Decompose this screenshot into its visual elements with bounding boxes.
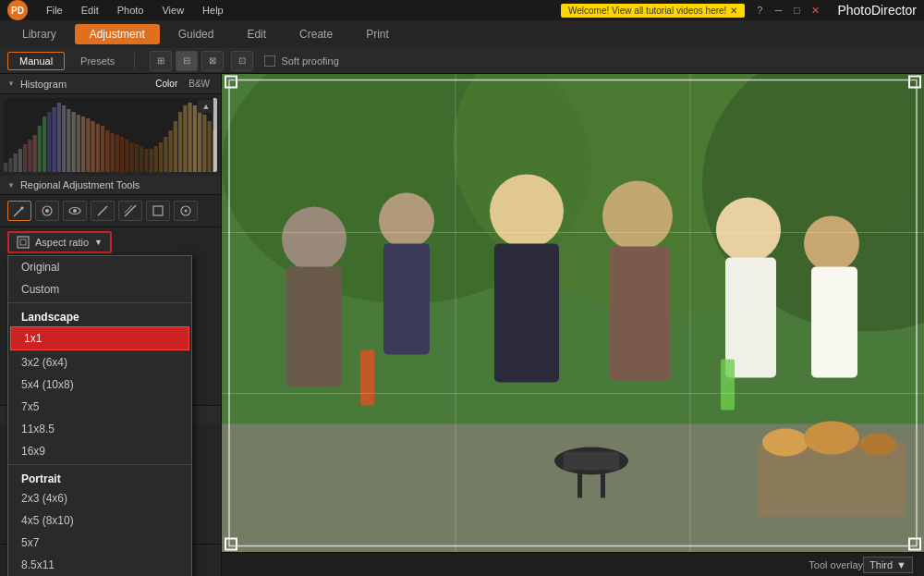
dropdown-item-3x2[interactable]: 3x2 (6x4) [8,351,191,374]
menu-photo[interactable]: Photo [114,3,148,18]
tab-adjustment[interactable]: Adjustment [75,24,160,44]
regional-tools-arrow: ▼ [7,181,15,190]
tool-gradient[interactable] [118,201,142,221]
svg-line-55 [125,205,132,213]
dropdown-item-16x9[interactable]: 16x9 [8,440,191,462]
svg-point-73 [282,207,346,272]
svg-rect-19 [96,124,100,172]
menu-help[interactable]: Help [199,3,227,18]
aspect-ratio-button[interactable]: Aspect ratio ▼ [7,231,112,253]
aspect-ratio-label: Aspect ratio [35,237,89,248]
dropdown-item-original[interactable]: Original [8,256,191,278]
dropdown-item-8x11[interactable]: 8.5x11 [8,554,191,576]
svg-rect-42 [208,121,212,172]
view-icon-2[interactable]: ⊟ [176,51,198,71]
maximize-button[interactable]: □ [789,3,804,18]
sub-tab-presets[interactable]: Presets [68,52,127,70]
dropdown-item-5x7[interactable]: 5x7 [8,532,191,554]
svg-rect-86 [564,452,619,471]
svg-rect-23 [116,135,119,172]
title-bar-right: Welcome! View all tutorial videos here! … [561,3,917,18]
app-title: PhotoDirector [837,3,917,18]
svg-point-79 [602,181,673,251]
dropdown-item-2x3[interactable]: 2x3 (4x6) [8,487,191,509]
tab-guided[interactable]: Guided [164,24,229,44]
histogram-mode-controls: Color B&W [152,78,213,90]
dropdown-item-7x5[interactable]: 7x5 [8,396,191,418]
menu-file[interactable]: File [43,3,67,18]
svg-rect-21 [105,130,109,172]
close-tutorial-icon[interactable]: ✕ [730,6,737,16]
divider [134,53,135,69]
svg-rect-87 [578,471,582,498]
tab-print[interactable]: Print [351,24,404,44]
svg-rect-26 [130,142,134,172]
tool-eraser[interactable] [91,201,115,221]
help-button[interactable]: ? [752,3,767,18]
histogram-bw-btn[interactable]: B&W [185,78,213,90]
svg-rect-76 [383,244,430,355]
svg-rect-32 [159,142,163,172]
view-icon-3[interactable]: ⊠ [201,51,224,71]
soft-proofing-toggle[interactable]: Soft proofing [264,55,338,67]
svg-rect-78 [494,244,559,383]
close-button[interactable]: ✕ [808,3,822,18]
dropdown-item-1x1[interactable]: 1x1 [10,326,189,350]
view-icon-1[interactable]: ⊞ [150,51,172,71]
dropdown-section-portrait: Portrait [8,467,191,487]
svg-rect-0 [4,163,7,172]
svg-rect-18 [91,121,95,172]
svg-rect-36 [178,112,182,172]
svg-rect-2 [14,153,18,172]
tool-pencil[interactable] [7,201,31,221]
crop-icon[interactable]: ⊡ [231,51,253,71]
svg-rect-35 [174,121,177,172]
aspect-ratio-dropdown: Original Custom Landscape 1x1 3x2 (6x4) … [7,255,192,576]
histogram-display: ▲ [4,98,217,172]
tab-library[interactable]: Library [7,24,71,44]
svg-rect-80 [610,247,670,381]
tool-brush[interactable] [35,201,59,221]
svg-rect-31 [154,146,158,172]
soft-proofing-checkbox[interactable] [264,55,275,67]
tool-icons-row [0,195,221,227]
soft-proofing-label: Soft proofing [281,55,338,67]
tool-radial[interactable] [174,201,198,221]
svg-rect-38 [188,103,192,172]
dropdown-item-5x4[interactable]: 5x4 (10x8) [8,374,191,396]
menu-edit[interactable]: Edit [78,3,103,18]
svg-rect-30 [150,149,153,172]
svg-point-90 [762,429,808,457]
svg-rect-28 [140,146,143,172]
status-bar: Tool overlay Third ▼ [222,552,924,576]
tab-edit[interactable]: Edit [232,24,281,44]
svg-rect-16 [81,116,85,172]
svg-rect-1 [8,158,12,172]
histogram-header[interactable]: ▼ Histogram Color B&W [0,74,221,94]
regional-tools-title: Regional Adjustment Tools [20,179,140,190]
dropdown-item-custom[interactable]: Custom [8,278,191,300]
sub-tab-manual[interactable]: Manual [7,52,65,70]
dropdown-arrow-icon: ▼ [896,559,906,570]
tool-rect[interactable] [146,201,170,221]
title-bar: PD File Edit Photo View Help Welcome! Vi… [0,0,924,20]
histogram-color-btn[interactable]: Color [152,78,181,90]
svg-line-47 [14,208,22,216]
svg-rect-11 [57,103,61,172]
svg-rect-40 [198,109,201,172]
tool-overlay-dropdown[interactable]: Third ▼ [863,557,913,573]
tool-eye[interactable] [63,201,87,221]
dropdown-item-4x5[interactable]: 4x5 (8x10) [8,509,191,532]
menu-view[interactable]: View [158,3,188,18]
svg-rect-17 [86,118,90,172]
minimize-button[interactable]: ─ [771,3,785,18]
tab-create[interactable]: Create [285,24,347,44]
dropdown-section-landscape: Landscape [8,305,191,325]
dropdown-item-11x8[interactable]: 11x8.5 [8,418,191,440]
regional-tools-header[interactable]: ▼ Regional Adjustment Tools [0,176,221,195]
svg-rect-56 [153,206,163,215]
tutorial-banner[interactable]: Welcome! View all tutorial videos here! … [561,4,745,18]
aspect-ratio-row: Aspect ratio ▼ Original Custom Landscape… [0,227,221,257]
main-layout: ▼ Histogram Color B&W [0,74,924,576]
view-icons: ⊞ ⊟ ⊠ [150,51,224,71]
